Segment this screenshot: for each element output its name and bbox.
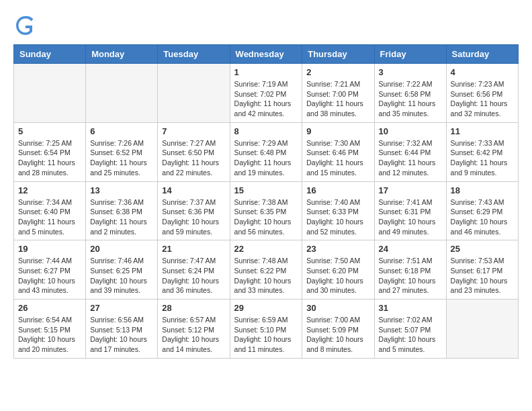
day-number: 28 bbox=[162, 303, 225, 313]
day-info: Sunrise: 7:29 AM Sunset: 6:48 PM Dayligh… bbox=[234, 138, 298, 178]
calendar-cell: 9Sunrise: 7:30 AM Sunset: 6:46 PM Daylig… bbox=[302, 122, 374, 181]
calendar-cell: 25Sunrise: 7:53 AM Sunset: 6:17 PM Dayli… bbox=[446, 240, 518, 300]
day-number: 7 bbox=[162, 126, 225, 136]
day-number: 12 bbox=[18, 185, 81, 195]
day-number: 16 bbox=[306, 185, 369, 195]
day-info: Sunrise: 7:53 AM Sunset: 6:17 PM Dayligh… bbox=[451, 256, 514, 295]
calendar-cell: 7Sunrise: 7:27 AM Sunset: 6:50 PM Daylig… bbox=[158, 122, 230, 181]
day-info: Sunrise: 7:00 AM Sunset: 5:09 PM Dayligh… bbox=[306, 315, 369, 355]
day-number: 2 bbox=[306, 67, 369, 77]
day-info: Sunrise: 7:27 AM Sunset: 6:50 PM Dayligh… bbox=[162, 138, 225, 178]
day-header-tuesday: Tuesday bbox=[158, 45, 230, 64]
generalblue-logo-icon bbox=[13, 13, 38, 38]
day-header-saturday: Saturday bbox=[446, 45, 518, 64]
calendar-cell bbox=[158, 64, 230, 123]
day-number: 23 bbox=[306, 244, 369, 254]
calendar-cell: 13Sunrise: 7:36 AM Sunset: 6:38 PM Dayli… bbox=[86, 181, 158, 240]
day-header-sunday: Sunday bbox=[14, 45, 86, 64]
day-number: 22 bbox=[234, 244, 298, 254]
day-info: Sunrise: 6:54 AM Sunset: 5:15 PM Dayligh… bbox=[18, 315, 81, 355]
day-number: 1 bbox=[234, 67, 298, 77]
calendar-week-row: 26Sunrise: 6:54 AM Sunset: 5:15 PM Dayli… bbox=[14, 300, 519, 359]
day-info: Sunrise: 7:30 AM Sunset: 6:46 PM Dayligh… bbox=[306, 138, 369, 178]
calendar-cell: 27Sunrise: 6:56 AM Sunset: 5:13 PM Dayli… bbox=[86, 300, 158, 359]
calendar-cell: 5Sunrise: 7:25 AM Sunset: 6:54 PM Daylig… bbox=[14, 122, 86, 181]
calendar-cell: 15Sunrise: 7:38 AM Sunset: 6:35 PM Dayli… bbox=[230, 181, 302, 240]
calendar-cell: 11Sunrise: 7:33 AM Sunset: 6:42 PM Dayli… bbox=[446, 122, 518, 181]
calendar-cell bbox=[446, 300, 518, 359]
day-header-thursday: Thursday bbox=[302, 45, 374, 64]
calendar-cell: 26Sunrise: 6:54 AM Sunset: 5:15 PM Dayli… bbox=[14, 300, 86, 359]
day-number: 3 bbox=[379, 67, 442, 77]
day-info: Sunrise: 6:59 AM Sunset: 5:10 PM Dayligh… bbox=[234, 315, 298, 355]
day-number: 5 bbox=[18, 126, 81, 136]
day-number: 19 bbox=[18, 244, 81, 254]
calendar-cell: 1Sunrise: 7:19 AM Sunset: 7:02 PM Daylig… bbox=[230, 64, 302, 123]
day-number: 6 bbox=[90, 126, 153, 136]
day-info: Sunrise: 7:36 AM Sunset: 6:38 PM Dayligh… bbox=[90, 197, 153, 237]
day-info: Sunrise: 7:21 AM Sunset: 7:00 PM Dayligh… bbox=[306, 79, 369, 119]
day-info: Sunrise: 7:02 AM Sunset: 5:07 PM Dayligh… bbox=[379, 315, 442, 355]
calendar-header-row: SundayMondayTuesdayWednesdayThursdayFrid… bbox=[14, 45, 519, 64]
day-number: 30 bbox=[306, 303, 369, 313]
calendar-cell: 24Sunrise: 7:51 AM Sunset: 6:18 PM Dayli… bbox=[374, 240, 446, 300]
day-number: 29 bbox=[234, 303, 298, 313]
day-info: Sunrise: 7:40 AM Sunset: 6:33 PM Dayligh… bbox=[306, 197, 369, 237]
day-info: Sunrise: 7:47 AM Sunset: 6:24 PM Dayligh… bbox=[162, 256, 225, 295]
day-number: 18 bbox=[451, 185, 514, 195]
day-header-monday: Monday bbox=[86, 45, 158, 64]
calendar-cell: 29Sunrise: 6:59 AM Sunset: 5:10 PM Dayli… bbox=[230, 300, 302, 359]
calendar-cell bbox=[86, 64, 158, 123]
calendar-cell: 23Sunrise: 7:50 AM Sunset: 6:20 PM Dayli… bbox=[302, 240, 374, 300]
calendar-cell: 21Sunrise: 7:47 AM Sunset: 6:24 PM Dayli… bbox=[158, 240, 230, 300]
calendar-cell: 22Sunrise: 7:48 AM Sunset: 6:22 PM Dayli… bbox=[230, 240, 302, 300]
day-number: 8 bbox=[234, 126, 298, 136]
calendar-cell: 30Sunrise: 7:00 AM Sunset: 5:09 PM Dayli… bbox=[302, 300, 374, 359]
day-info: Sunrise: 7:37 AM Sunset: 6:36 PM Dayligh… bbox=[162, 197, 225, 237]
calendar-cell: 28Sunrise: 6:57 AM Sunset: 5:12 PM Dayli… bbox=[158, 300, 230, 359]
day-number: 15 bbox=[234, 185, 298, 195]
calendar-cell: 17Sunrise: 7:41 AM Sunset: 6:31 PM Dayli… bbox=[374, 181, 446, 240]
calendar-week-row: 19Sunrise: 7:44 AM Sunset: 6:27 PM Dayli… bbox=[14, 240, 519, 300]
calendar-cell: 10Sunrise: 7:32 AM Sunset: 6:44 PM Dayli… bbox=[374, 122, 446, 181]
day-number: 26 bbox=[18, 303, 81, 313]
calendar-cell: 8Sunrise: 7:29 AM Sunset: 6:48 PM Daylig… bbox=[230, 122, 302, 181]
day-info: Sunrise: 7:34 AM Sunset: 6:40 PM Dayligh… bbox=[18, 197, 81, 237]
day-number: 25 bbox=[451, 244, 514, 254]
calendar-cell: 6Sunrise: 7:26 AM Sunset: 6:52 PM Daylig… bbox=[86, 122, 158, 181]
calendar-cell: 4Sunrise: 7:23 AM Sunset: 6:56 PM Daylig… bbox=[446, 64, 518, 123]
day-info: Sunrise: 7:43 AM Sunset: 6:29 PM Dayligh… bbox=[451, 197, 514, 237]
day-number: 17 bbox=[379, 185, 442, 195]
day-number: 13 bbox=[90, 185, 153, 195]
calendar-cell: 20Sunrise: 7:46 AM Sunset: 6:25 PM Dayli… bbox=[86, 240, 158, 300]
calendar-week-row: 12Sunrise: 7:34 AM Sunset: 6:40 PM Dayli… bbox=[14, 181, 519, 240]
day-info: Sunrise: 7:25 AM Sunset: 6:54 PM Dayligh… bbox=[18, 138, 81, 178]
day-info: Sunrise: 6:56 AM Sunset: 5:13 PM Dayligh… bbox=[90, 315, 153, 355]
day-info: Sunrise: 7:50 AM Sunset: 6:20 PM Dayligh… bbox=[306, 256, 369, 295]
calendar-cell: 16Sunrise: 7:40 AM Sunset: 6:33 PM Dayli… bbox=[302, 181, 374, 240]
day-info: Sunrise: 6:57 AM Sunset: 5:12 PM Dayligh… bbox=[162, 315, 225, 355]
calendar-cell: 12Sunrise: 7:34 AM Sunset: 6:40 PM Dayli… bbox=[14, 181, 86, 240]
day-info: Sunrise: 7:51 AM Sunset: 6:18 PM Dayligh… bbox=[379, 256, 442, 295]
calendar-cell: 2Sunrise: 7:21 AM Sunset: 7:00 PM Daylig… bbox=[302, 64, 374, 123]
day-header-wednesday: Wednesday bbox=[230, 45, 302, 64]
calendar-cell: 3Sunrise: 7:22 AM Sunset: 6:58 PM Daylig… bbox=[374, 64, 446, 123]
calendar-cell bbox=[14, 64, 86, 123]
calendar-cell: 31Sunrise: 7:02 AM Sunset: 5:07 PM Dayli… bbox=[374, 300, 446, 359]
day-info: Sunrise: 7:38 AM Sunset: 6:35 PM Dayligh… bbox=[234, 197, 298, 237]
day-info: Sunrise: 7:46 AM Sunset: 6:25 PM Dayligh… bbox=[90, 256, 153, 295]
calendar-cell: 18Sunrise: 7:43 AM Sunset: 6:29 PM Dayli… bbox=[446, 181, 518, 240]
day-info: Sunrise: 7:23 AM Sunset: 6:56 PM Dayligh… bbox=[451, 79, 514, 119]
calendar-week-row: 5Sunrise: 7:25 AM Sunset: 6:54 PM Daylig… bbox=[14, 122, 519, 181]
day-info: Sunrise: 7:33 AM Sunset: 6:42 PM Dayligh… bbox=[451, 138, 514, 178]
day-number: 20 bbox=[90, 244, 153, 254]
day-number: 31 bbox=[379, 303, 442, 313]
day-info: Sunrise: 7:22 AM Sunset: 6:58 PM Dayligh… bbox=[379, 79, 442, 119]
day-info: Sunrise: 7:44 AM Sunset: 6:27 PM Dayligh… bbox=[18, 256, 81, 295]
day-number: 9 bbox=[306, 126, 369, 136]
day-number: 11 bbox=[451, 126, 514, 136]
day-info: Sunrise: 7:26 AM Sunset: 6:52 PM Dayligh… bbox=[90, 138, 153, 178]
day-number: 24 bbox=[379, 244, 442, 254]
day-number: 10 bbox=[379, 126, 442, 136]
logo bbox=[13, 13, 42, 38]
